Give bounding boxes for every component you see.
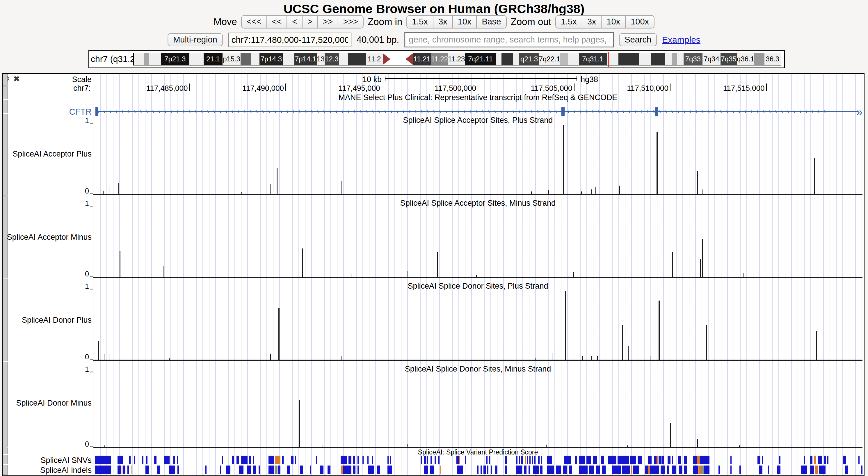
zoom-in-button-4[interactable]: Base bbox=[476, 15, 506, 29]
indel-variant-tick[interactable] bbox=[529, 466, 530, 474]
snv-variant-tick[interactable] bbox=[438, 456, 439, 464]
indel-variant-tick[interactable] bbox=[660, 466, 665, 474]
snv-variant-tick[interactable] bbox=[431, 456, 432, 464]
position-input[interactable] bbox=[228, 33, 351, 47]
snv-variant-tick[interactable] bbox=[661, 456, 664, 464]
snv-variant-tick[interactable] bbox=[678, 456, 681, 464]
snv-variant-tick[interactable] bbox=[174, 456, 175, 464]
ideogram-band-7p14.1[interactable]: 7p14.1 bbox=[294, 53, 316, 65]
snv-variant-tick[interactable] bbox=[538, 456, 539, 464]
snv-variant-tick[interactable] bbox=[358, 456, 359, 464]
snv-variant-tick[interactable] bbox=[672, 456, 673, 464]
indel-variant-tick[interactable] bbox=[622, 466, 630, 474]
snv-variant-tick[interactable] bbox=[564, 456, 571, 464]
snv-variant-tick[interactable] bbox=[505, 456, 507, 464]
snv-variant-tick[interactable] bbox=[421, 456, 422, 464]
indel-variant-tick[interactable] bbox=[701, 466, 704, 474]
snv-variant-tick[interactable] bbox=[658, 456, 661, 464]
search-input[interactable] bbox=[404, 32, 614, 48]
snv-variant-tick[interactable] bbox=[827, 456, 829, 464]
snv-variant-tick[interactable] bbox=[843, 456, 846, 464]
indel-variant-tick[interactable] bbox=[353, 466, 355, 474]
ideogram-band[interactable] bbox=[241, 53, 251, 65]
indel-variant-tick[interactable] bbox=[861, 466, 863, 474]
indel-variant-tick[interactable] bbox=[178, 466, 179, 474]
indel-variant-tick[interactable] bbox=[845, 466, 848, 474]
indel-variant-tick[interactable] bbox=[650, 466, 659, 474]
indel-variant-tick[interactable] bbox=[226, 466, 230, 474]
snv-variant-tick[interactable] bbox=[684, 456, 687, 464]
snv-variant-tick[interactable] bbox=[282, 456, 284, 464]
indel-variant-tick[interactable] bbox=[810, 466, 814, 474]
search-button[interactable]: Search bbox=[619, 33, 657, 47]
snv-variant-tick[interactable] bbox=[118, 456, 123, 464]
ideogram-band[interactable] bbox=[513, 53, 520, 65]
gene-name-label[interactable]: CFTR bbox=[4, 107, 92, 117]
ideogram-band[interactable] bbox=[568, 53, 579, 65]
snv-variant-tick[interactable] bbox=[648, 456, 652, 464]
snv-variant-tick[interactable] bbox=[516, 456, 518, 464]
snv-variant-tick[interactable] bbox=[241, 456, 248, 464]
snv-variant-tick[interactable] bbox=[810, 456, 812, 464]
indel-variant-tick[interactable] bbox=[815, 466, 818, 474]
indel-variant-tick[interactable] bbox=[589, 466, 594, 474]
indel-variant-tick[interactable] bbox=[278, 466, 280, 474]
ideogram-band[interactable] bbox=[618, 53, 639, 65]
snv-variant-tick[interactable] bbox=[693, 456, 697, 464]
indel-variant-tick[interactable] bbox=[477, 466, 478, 474]
indel-variant-tick[interactable] bbox=[275, 466, 278, 474]
snv-variant-tick[interactable] bbox=[427, 456, 428, 464]
ideogram-band[interactable] bbox=[348, 53, 366, 65]
snv-variant-tick[interactable] bbox=[547, 456, 552, 464]
ideogram-band-11.21[interactable]: 11.21 bbox=[413, 53, 431, 65]
indel-variant-tick[interactable] bbox=[430, 466, 434, 474]
snv-variant-tick[interactable] bbox=[489, 456, 490, 464]
indel-variant-tick[interactable] bbox=[693, 466, 698, 474]
indel-variant-tick[interactable] bbox=[287, 466, 290, 474]
ideogram-band-13[interactable]: 13 bbox=[317, 53, 324, 65]
indel-variant-tick[interactable] bbox=[122, 466, 122, 474]
ideogram-band-7q31.1[interactable]: 7q31.1 bbox=[579, 53, 607, 65]
snv-variant-tick[interactable] bbox=[316, 456, 317, 464]
move-button-2[interactable]: << bbox=[266, 15, 287, 29]
indel-variant-tick[interactable] bbox=[127, 466, 129, 474]
snv-variant-tick[interactable] bbox=[146, 456, 148, 464]
indel-variant-tick[interactable] bbox=[684, 466, 687, 474]
snv-variant-tick[interactable] bbox=[586, 456, 591, 464]
snv-variant-tick[interactable] bbox=[618, 456, 629, 464]
indel-variant-tick[interactable] bbox=[759, 466, 763, 474]
wiggle-track-label[interactable]: SpliceAI Acceptor Plus bbox=[4, 150, 92, 158]
centromere-right[interactable] bbox=[398, 53, 413, 65]
ideogram-band[interactable] bbox=[283, 53, 294, 65]
snv-variant-tick[interactable] bbox=[529, 456, 531, 464]
ideogram-band[interactable] bbox=[134, 53, 144, 65]
snv-variant-tick[interactable] bbox=[129, 456, 131, 464]
indel-variant-tick[interactable] bbox=[516, 466, 522, 474]
indel-variant-tick[interactable] bbox=[247, 466, 251, 474]
snv-variant-tick[interactable] bbox=[95, 456, 111, 464]
snv-variant-tick[interactable] bbox=[294, 456, 296, 464]
indel-variant-tick[interactable] bbox=[540, 466, 542, 474]
zoom-in-button-1[interactable]: 1.5x bbox=[406, 15, 433, 29]
wiggle-track-label[interactable]: SpliceAI Acceptor Minus bbox=[4, 233, 92, 242]
ideogram-band-7q22.1[interactable]: 7q22.1 bbox=[539, 53, 560, 65]
indel-variant-tick[interactable] bbox=[718, 466, 720, 474]
indel-variant-tick[interactable] bbox=[424, 466, 428, 474]
move-button-6[interactable]: >>> bbox=[338, 15, 364, 29]
snv-variant-tick[interactable] bbox=[249, 456, 251, 464]
snv-variant-tick[interactable] bbox=[630, 456, 636, 464]
snv-variant-tick[interactable] bbox=[824, 456, 826, 464]
snv-variant-tick[interactable] bbox=[804, 456, 805, 464]
snv-variant-tick[interactable] bbox=[818, 456, 822, 464]
snv-variant-tick[interactable] bbox=[700, 456, 710, 464]
zoom-out-button-3[interactable]: 10x bbox=[601, 15, 626, 29]
indel-variant-tick[interactable] bbox=[704, 466, 710, 474]
indel-variant-tick[interactable] bbox=[269, 466, 274, 474]
ideogram-band[interactable] bbox=[651, 53, 665, 65]
ideogram-band-q36.1[interactable]: q36.1 bbox=[737, 53, 754, 65]
indel-variant-tick[interactable] bbox=[648, 466, 650, 474]
snv-variant-tick[interactable] bbox=[731, 456, 732, 464]
indel-variant-tick[interactable] bbox=[480, 466, 482, 474]
snv-variant-tick[interactable] bbox=[353, 456, 355, 464]
indel-variant-tick[interactable] bbox=[457, 466, 463, 474]
